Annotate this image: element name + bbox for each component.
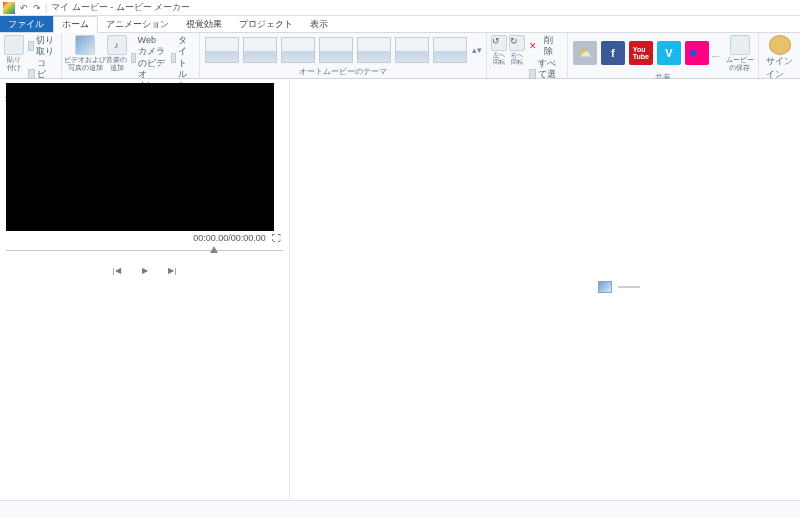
group-edit: ↺ 左へ 回転 ↻ 右へ 回転 ✕ 削除 すべて選択 編集 [487, 33, 568, 78]
theme-thumb-3[interactable] [281, 37, 315, 63]
music-icon: ♪ [107, 35, 127, 55]
group-signin: サイン イン サインイン [759, 33, 800, 78]
rotate-left-button[interactable]: ↺ 左へ 回転 [491, 35, 507, 65]
theme-thumb-1[interactable] [205, 37, 239, 63]
prev-frame-button[interactable]: |◀ [109, 264, 125, 276]
share-more[interactable]: ··· [712, 45, 724, 61]
tab-home[interactable]: ホーム [53, 16, 98, 33]
tab-visual-effects[interactable]: 視覚効果 [178, 16, 231, 32]
webcam-button[interactable]: Web カメラのビデオ [129, 35, 167, 80]
title-button[interactable]: タイトル [169, 35, 196, 80]
title-bar: ↶ ↷ | マイ ムービー - ムービー メーカー [0, 0, 800, 16]
save-movie-button[interactable]: ムービーの保存 [726, 35, 754, 71]
fullscreen-button[interactable]: ⛶ [272, 233, 281, 243]
time-display: 00:00.00/00:00.00 [193, 233, 266, 243]
share-flickr[interactable] [685, 41, 709, 65]
share-vimeo[interactable]: V [657, 41, 681, 65]
cut-icon [28, 41, 34, 51]
slider-thumb[interactable] [210, 246, 218, 253]
signin-button[interactable]: サイン イン [763, 35, 797, 81]
ribbon: 貼り 付け 切り取り コピー クリップボード ビデオおよび 写真の追加 ♪ 音楽… [0, 33, 800, 79]
theme-thumb-2[interactable] [243, 37, 277, 63]
paste-icon [4, 35, 24, 55]
rotate-left-icon: ↺ [491, 35, 507, 51]
share-youtube[interactable]: YouTube [629, 41, 653, 65]
theme-gallery-expand[interactable]: ▴▾ [472, 37, 482, 63]
next-frame-button[interactable]: ▶| [165, 264, 181, 276]
save-movie-icon [730, 35, 750, 55]
tab-file[interactable]: ファイル [0, 16, 53, 32]
group-share: ⛅ f YouTube V ··· ムービーの保存 共有 [568, 33, 759, 78]
share-facebook[interactable]: f [601, 41, 625, 65]
add-media-placeholder[interactable] [598, 281, 640, 293]
title-icon [171, 53, 176, 63]
group-themes: ▴▾ オートムービーのテーマ [200, 33, 487, 78]
select-all-icon [529, 69, 535, 79]
copy-icon [28, 69, 35, 79]
group-clipboard: 貼り 付け 切り取り コピー クリップボード [0, 33, 62, 78]
webcam-icon [131, 53, 136, 63]
status-bar [0, 500, 800, 518]
app-icon [3, 2, 15, 14]
add-media-icon [75, 35, 95, 55]
cut-button[interactable]: 切り取り [26, 35, 57, 58]
group-add: ビデオおよび 写真の追加 ♪ 音楽の 追加 Web カメラのビデオ ナレーション… [62, 33, 200, 78]
qat-redo[interactable]: ↷ [32, 3, 42, 13]
paste-button[interactable]: 貼り 付け [4, 35, 24, 71]
placeholder-line [618, 286, 640, 288]
rotate-right-icon: ↻ [509, 35, 525, 51]
share-skydrive[interactable]: ⛅ [573, 41, 597, 65]
theme-thumb-5[interactable] [357, 37, 391, 63]
group-label-themes: オートムービーのテーマ [299, 65, 387, 78]
user-icon [769, 35, 791, 55]
ribbon-tabs: ファイル ホーム アニメーション 視覚効果 プロジェクト 表示 [0, 16, 800, 33]
add-music-button[interactable]: ♪ 音楽の 追加 [106, 35, 127, 71]
add-media-button[interactable]: ビデオおよび 写真の追加 [66, 35, 104, 71]
theme-thumb-7[interactable] [433, 37, 467, 63]
window-title: マイ ムービー - ムービー メーカー [51, 1, 190, 14]
video-preview [6, 83, 274, 231]
tab-view[interactable]: 表示 [302, 16, 337, 32]
storyboard-pane[interactable] [290, 79, 800, 500]
preview-pane: 00:00.00/00:00.00 ⛶ |◀ ▶ ▶| [0, 79, 290, 500]
theme-thumb-4[interactable] [319, 37, 353, 63]
content-area: 00:00.00/00:00.00 ⛶ |◀ ▶ ▶| [0, 79, 800, 500]
tab-animation[interactable]: アニメーション [98, 16, 178, 32]
tab-project[interactable]: プロジェクト [231, 16, 302, 32]
rotate-right-button[interactable]: ↻ 右へ 回転 [509, 35, 525, 65]
placeholder-icon [598, 281, 612, 293]
slider-track [6, 250, 283, 251]
qat-undo[interactable]: ↶ [19, 3, 29, 13]
theme-thumb-6[interactable] [395, 37, 429, 63]
play-button[interactable]: ▶ [137, 264, 153, 276]
remove-button[interactable]: ✕ 削除 [527, 35, 563, 58]
qat-sep: | [45, 3, 47, 13]
seek-slider[interactable] [6, 246, 283, 256]
